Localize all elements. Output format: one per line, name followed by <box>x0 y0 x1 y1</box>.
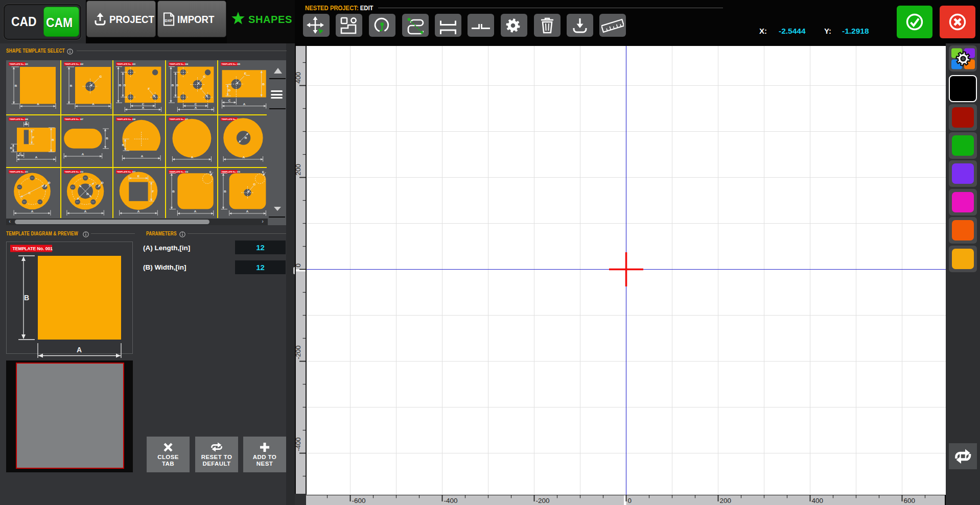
svg-text:E: E <box>244 71 246 75</box>
svg-text:A: A <box>194 209 196 213</box>
svg-text:B: B <box>119 83 122 87</box>
svg-text:D: D <box>124 83 126 87</box>
svg-text:TEMPLATE No. 012: TEMPLATE No. 012 <box>64 171 83 173</box>
svg-text:E: E <box>25 121 27 124</box>
svg-text:E: E <box>137 174 139 178</box>
svg-text:-600: -600 <box>352 497 366 504</box>
svg-text:200: 200 <box>720 497 732 504</box>
svg-text:A: A <box>35 155 38 159</box>
svg-text:B: B <box>245 136 247 139</box>
svg-text:B: B <box>86 192 89 196</box>
svg-text:A: A <box>243 155 245 159</box>
svg-text:D: D <box>48 181 51 184</box>
svg-text:A: A <box>81 152 84 156</box>
svg-text:0: 0 <box>296 263 302 268</box>
svg-text:A: A <box>77 346 82 354</box>
svg-text:C: C <box>142 102 145 106</box>
svg-text:D: D <box>101 181 104 184</box>
svg-text:TEMPLATE No. 003: TEMPLATE No. 003 <box>117 63 136 65</box>
svg-text:G: G <box>253 182 256 186</box>
svg-text:TEMPLATE No. 005: TEMPLATE No. 005 <box>222 63 241 65</box>
svg-text:200: 200 <box>296 164 302 176</box>
svg-text:A: A <box>84 209 86 213</box>
svg-text:TEMPLATE No. 002: TEMPLATE No. 002 <box>64 63 83 65</box>
svg-text:B: B <box>106 136 108 140</box>
svg-text:TEMPLATE No. 008: TEMPLATE No. 008 <box>117 118 136 121</box>
svg-text:G: G <box>99 75 102 78</box>
svg-text:B: B <box>172 189 175 193</box>
svg-text:C: C <box>194 102 197 106</box>
svg-text:C: C <box>228 99 231 102</box>
svg-text:DXF: DXF <box>165 18 173 23</box>
svg-text:TEMPLATE No. 004: TEMPLATE No. 004 <box>169 63 188 65</box>
svg-text:-200: -200 <box>296 345 302 359</box>
svg-text:C: C <box>19 152 22 155</box>
svg-text:D: D <box>228 88 231 92</box>
svg-text:0: 0 <box>628 497 632 504</box>
svg-text:A: A <box>243 102 246 106</box>
svg-text:TEMPLATE No. 014: TEMPLATE No. 014 <box>169 171 188 173</box>
svg-text:B: B <box>69 84 72 87</box>
svg-text:F: F <box>33 135 35 139</box>
svg-text:F: F <box>152 189 154 193</box>
svg-text:D: D <box>176 83 178 87</box>
svg-text:F: F <box>200 87 202 90</box>
svg-text:TEMPLATE No. 007: TEMPLATE No. 007 <box>64 118 83 121</box>
svg-text:B: B <box>122 143 125 147</box>
svg-text:A: A <box>31 209 34 213</box>
svg-text:D: D <box>10 146 13 150</box>
svg-text:B: B <box>52 138 54 141</box>
svg-text:A: A <box>194 106 197 109</box>
svg-text:A: A <box>246 209 249 213</box>
svg-text:A: A <box>137 209 140 213</box>
svg-text:-200: -200 <box>536 497 550 504</box>
svg-text:-400: -400 <box>296 437 302 451</box>
svg-text:A: A <box>191 155 193 159</box>
svg-text:TEMPLATE No. 011: TEMPLATE No. 011 <box>10 171 29 173</box>
svg-text:B: B <box>262 82 265 86</box>
svg-text:-400: -400 <box>444 497 458 504</box>
svg-text:E: E <box>209 171 212 174</box>
svg-text:TEMPLATE No. 015: TEMPLATE No. 015 <box>222 171 241 173</box>
svg-text:400: 400 <box>296 72 302 84</box>
svg-text:A: A <box>92 102 95 106</box>
svg-text:A: A <box>141 154 144 158</box>
svg-text:TEMPLATE No. 001: TEMPLATE No. 001 <box>10 63 29 65</box>
svg-text:B: B <box>224 189 226 193</box>
svg-text:F: F <box>148 87 150 90</box>
svg-text:C: C <box>88 183 91 187</box>
svg-text:TEMPLATE No. 001: TEMPLATE No. 001 <box>13 246 53 251</box>
svg-text:B: B <box>24 294 29 302</box>
svg-text:B: B <box>15 84 17 87</box>
svg-text:E: E <box>262 171 264 174</box>
svg-text:B: B <box>171 83 174 87</box>
svg-text:G: G <box>203 75 205 78</box>
svg-text:A: A <box>142 106 145 109</box>
svg-text:A: A <box>37 102 39 106</box>
svg-text:600: 600 <box>904 497 916 504</box>
svg-text:400: 400 <box>812 497 824 504</box>
svg-text:C: C <box>29 191 31 195</box>
